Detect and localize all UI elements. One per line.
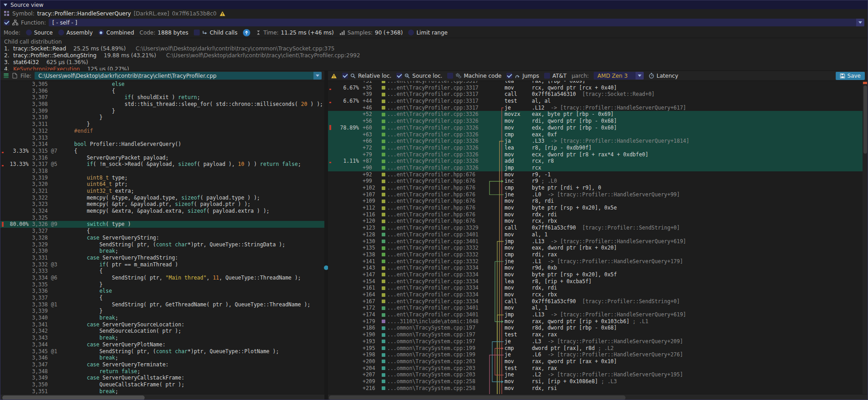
source-line[interactable]: 3,331 case ServerQueryThreadString: <box>0 255 324 261</box>
child-call-row[interactable]: 4.KeSynchronizeExecution125 μs (0.27%) <box>4 66 868 70</box>
asm-row[interactable]: +167...ent\TracyProfiler.cpp:3334call0x7… <box>328 298 868 305</box>
asm-row[interactable]: +186...ommon\TracySystem.cpp:197movr8d, … <box>328 325 868 331</box>
jump-to-entry-button[interactable] <box>243 29 250 36</box>
function-checkbox[interactable] <box>4 20 10 25</box>
source-line[interactable]: 3,346 break; <box>0 355 324 361</box>
source-line[interactable]: 3,320 uint64_t ptr; <box>0 181 324 188</box>
source-line[interactable]: 3,327 { <box>0 228 324 235</box>
asm-row[interactable]: +92...ent\TracyProfiler.hpp:676movr9, -1 <box>328 171 868 178</box>
file-combo[interactable]: C:\Users\wolf\Desktop\darkrl\contrib\tra… <box>35 72 322 80</box>
title-bar[interactable]: Source view <box>0 0 868 9</box>
machine-code-checkbox[interactable]: Machine code <box>447 73 501 79</box>
asm-row[interactable]: +161...ent\TracyProfiler.cpp:3334movrdx,… <box>328 285 868 291</box>
source-line[interactable]: 3,316 ServerQueryPacket payload; <box>0 155 324 161</box>
att-syntax-checkbox[interactable]: AT&T <box>544 73 566 79</box>
asm-row[interactable]: +112...ent\TracyProfiler.hpp:676movbyte … <box>328 205 868 211</box>
asm-row[interactable]: +130...ent\TracyProfiler.cpp:3401jmp.L13… <box>328 238 868 245</box>
source-loc-checkbox[interactable]: Source loc. <box>396 73 442 79</box>
source-line[interactable]: 3.33%3,315@7{ <box>0 148 324 155</box>
source-line[interactable]: 3,342 SendSourceLocation( ptr ); <box>0 328 324 335</box>
source-line[interactable]: 3,350 QueueCallstackFrame( ptr ); <box>0 381 324 388</box>
source-line[interactable]: 3,309 } <box>0 108 324 115</box>
asm-row[interactable]: +207...ommon\TracySystem.cpp:203jne.L2 -… <box>328 371 868 378</box>
asm-row[interactable]: +120...ent\TracyProfiler.hpp:676movrcx, … <box>328 218 868 225</box>
asm-row[interactable]: +195...ommon\TracySystem.cpp:199cmpdword… <box>328 345 868 352</box>
collapse-icon[interactable] <box>4 4 7 6</box>
source-line[interactable]: 3,332@3 if( ptr == m_mainThread ) <box>0 261 324 268</box>
assembly-vertical-scrollbar[interactable] <box>863 81 868 394</box>
asm-row[interactable]: +46...ent\TracyProfiler.cpp:3317je.L12 -… <box>328 105 868 111</box>
child-calls-checkbox[interactable]: Child calls <box>194 30 237 36</box>
source-line[interactable]: 3,340 break; <box>0 315 324 321</box>
asm-row[interactable]: +172...ent\TracyProfiler.cpp:3401moval, … <box>328 305 868 311</box>
asm-row[interactable]: 78.89%+60...ent\TracyProfiler.cpp:3326mo… <box>328 125 868 131</box>
asm-row[interactable]: +190...ommon\TracySystem.cpp:197testrax,… <box>328 331 868 338</box>
source-line[interactable]: 3,334@6 SendString( ptr, "Main thread", … <box>0 275 324 281</box>
source-line[interactable]: 3,318 <box>0 168 324 175</box>
function-combo[interactable]: [ - self - ] <box>49 19 864 26</box>
source-line[interactable]: 3,344 case ServerQueryPlotName: <box>0 341 324 348</box>
asm-row[interactable]: +138...ent\TracyProfiler.cpp:3332cmprdi,… <box>328 251 868 258</box>
save-button[interactable]: Save <box>836 72 865 80</box>
asm-row[interactable]: +141...ent\TracyProfiler.cpp:3332jne.L1 … <box>328 258 868 265</box>
scrollbar-thumb[interactable] <box>863 85 867 154</box>
source-line[interactable]: 3,347 case ServerQueryTerminate: <box>0 361 324 368</box>
asm-row[interactable]: +31...ent\TracyProfiler.cpp:3317learax, … <box>328 81 868 85</box>
pane-splitter[interactable] <box>324 71 328 400</box>
mode-source-radio[interactable]: Source <box>26 30 53 36</box>
asm-row[interactable]: +123...ent\TracyProfiler.cpp:3329call0x7… <box>328 225 868 231</box>
warning-icon[interactable] <box>331 73 337 79</box>
source-line[interactable]: 3,339 } <box>0 308 324 315</box>
source-line[interactable]: 3,324 memcpy( &extra, &payload.extra, si… <box>0 208 324 215</box>
asm-row[interactable]: +79...ent\TracyProfiler.cpp:3326movecx, … <box>328 151 868 158</box>
scrollbar-thumb[interactable] <box>2 395 145 400</box>
asm-row[interactable]: +147...ent\TracyProfiler.cpp:3334movbyte… <box>328 271 868 278</box>
asm-row[interactable]: +102...ent\TracyProfiler.hpp:676cmpbyte … <box>328 185 868 191</box>
jumps-checkbox[interactable]: Jumps <box>506 73 539 79</box>
source-line[interactable]: 3,321 uint32_t extra; <box>0 188 324 195</box>
child-call-row[interactable]: 2.tracy::Profiler::SendLongString19.88 m… <box>4 52 868 59</box>
asm-row[interactable]: +174...ent\TracyProfiler.cpp:3401jmp.L13… <box>328 311 868 318</box>
asm-row[interactable]: +99...ent\TracyProfiler.hpp:676incr9 ; .… <box>328 178 868 185</box>
source-line[interactable]: 3,337 { <box>0 295 324 301</box>
source-line[interactable]: 3,312#endif <box>0 128 324 135</box>
asm-row[interactable]: +154...ent\TracyProfiler.cpp:3334lear8, … <box>328 278 868 285</box>
asm-row[interactable]: +193...ommon\TracySystem.cpp:197je.L3 ->… <box>328 338 868 345</box>
source-line[interactable]: 3,343 break; <box>0 335 324 341</box>
uarch-combo[interactable]: AMD Zen 3 <box>594 72 644 80</box>
source-line[interactable]: 3,323 memcpy( &ptr, &payload.ptr, sizeof… <box>0 201 324 208</box>
asm-row[interactable]: +90...ent\TracyProfiler.cpp:3326jmprcx <box>328 165 868 171</box>
source-line[interactable]: 80.00%3,326@9 switch( type ) <box>0 221 324 228</box>
source-line[interactable]: 3,319 uint8_t type; <box>0 175 324 181</box>
asm-row[interactable]: +109...ent\TracyProfiler.hpp:676movr8, r… <box>328 198 868 205</box>
source-line[interactable]: 3,336 else <box>0 288 324 295</box>
source-line[interactable]: 3,333 { <box>0 268 324 275</box>
asm-row[interactable]: +164...ent\TracyProfiler.cpp:3334movrcx,… <box>328 291 868 298</box>
source-line[interactable]: 3,345@1 SendString( ptr, (const char*)pt… <box>0 348 324 355</box>
asm-row[interactable]: +216...ommon\TracySystem.cpp:258movrdx, … <box>328 385 868 392</box>
source-line[interactable]: 3,330 break; <box>0 248 324 255</box>
source-line[interactable]: 3,322 memcpy( &type, &payload.type, size… <box>0 195 324 201</box>
source-line[interactable]: 3,341 case ServerQuerySourceLocation: <box>0 321 324 328</box>
asm-row[interactable]: 1.11%+87...ent\TracyProfiler.cpp:3326add… <box>328 158 868 165</box>
child-call-row[interactable]: 3.stat64i32625 μs (1.36%) <box>4 59 868 66</box>
asm-row[interactable]: +143...ent\TracyProfiler.cpp:3334movr9d,… <box>328 265 868 271</box>
source-line[interactable]: 3,310 } <box>0 114 324 121</box>
asm-row[interactable]: +107...ent\TracyProfiler.hpp:676jne.L0 -… <box>328 191 868 198</box>
source-line[interactable]: 13.33%3,317@5 if( !m_sock->Read( &payloa… <box>0 161 324 168</box>
child-call-row[interactable]: 1.tracy::Socket::Read25.25 ms (54.89%)C:… <box>4 45 868 52</box>
relative-loc-checkbox[interactable]: Relative loc. <box>342 73 391 79</box>
asm-row[interactable]: +72...ent\TracyProfiler.cpp:3326lear8, [… <box>328 145 868 151</box>
source-line[interactable]: 3,338@1 SendString( ptr, GetThreadName( … <box>0 301 324 308</box>
asm-row[interactable]: 6.67%+35...ent\TracyProfiler.cpp:3317mov… <box>328 85 868 91</box>
asm-row[interactable]: 6.67%+44...ent\TracyProfiler.cpp:3317tes… <box>328 98 868 105</box>
asm-row[interactable]: +179....31103\include\atomic:1048movrax,… <box>328 318 868 325</box>
source-line[interactable]: 3,314bool Profiler::HandleServerQuery() <box>0 141 324 148</box>
source-line[interactable]: 3,325 <box>0 215 324 221</box>
asm-row[interactable]: +116...ent\TracyProfiler.hpp:676movrdx, … <box>328 211 868 218</box>
assembly-horizontal-scrollbar[interactable] <box>328 394 868 400</box>
source-line[interactable]: 3,306 { <box>0 88 324 95</box>
limit-range-checkbox[interactable]: Limit range <box>408 30 447 36</box>
scrollbar-thumb[interactable] <box>329 395 626 400</box>
source-line[interactable]: 3,307 if( shouldExit ) return; <box>0 94 324 101</box>
